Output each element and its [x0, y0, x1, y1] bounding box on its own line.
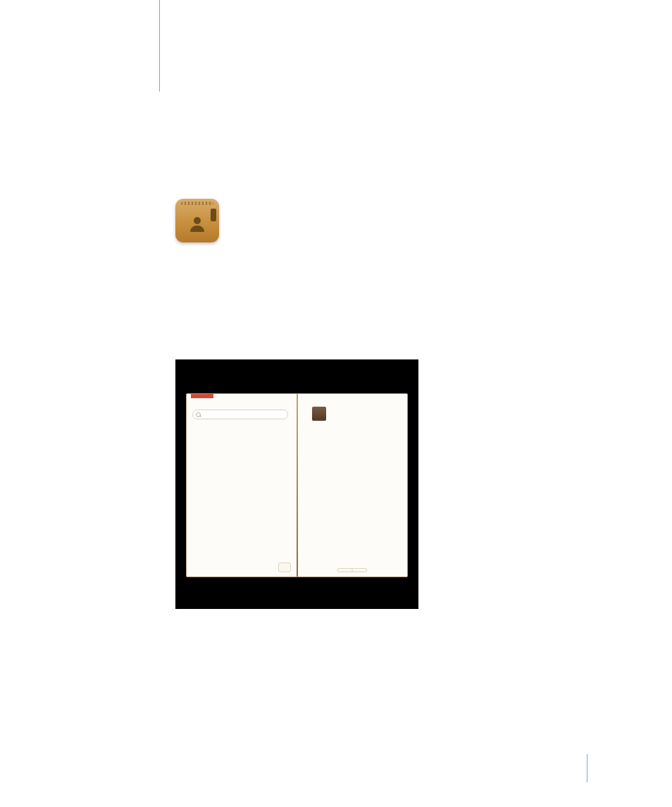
search-input[interactable]: [192, 409, 288, 419]
contacts-list-pane: [187, 394, 297, 577]
avatar: [312, 407, 326, 421]
svg-point-0: [194, 217, 201, 224]
list-title: [187, 398, 297, 408]
add-button[interactable]: [278, 562, 291, 572]
icon-tab: [211, 209, 216, 221]
edit-button[interactable]: [338, 569, 352, 572]
contact-rows: [195, 421, 294, 574]
alphabet-index[interactable]: [189, 421, 194, 574]
contacts-screenshot: [175, 359, 418, 609]
share-button[interactable]: [352, 569, 367, 572]
person-silhouette-icon: [187, 214, 207, 233]
divider-top: [159, 0, 160, 92]
contacts-book: [186, 393, 408, 577]
groups-tab[interactable]: [191, 393, 213, 398]
divider-bottom: [587, 754, 587, 782]
contact-detail-pane: [297, 394, 408, 577]
detail-buttons: [337, 568, 368, 572]
contacts-app-icon: [175, 199, 219, 242]
